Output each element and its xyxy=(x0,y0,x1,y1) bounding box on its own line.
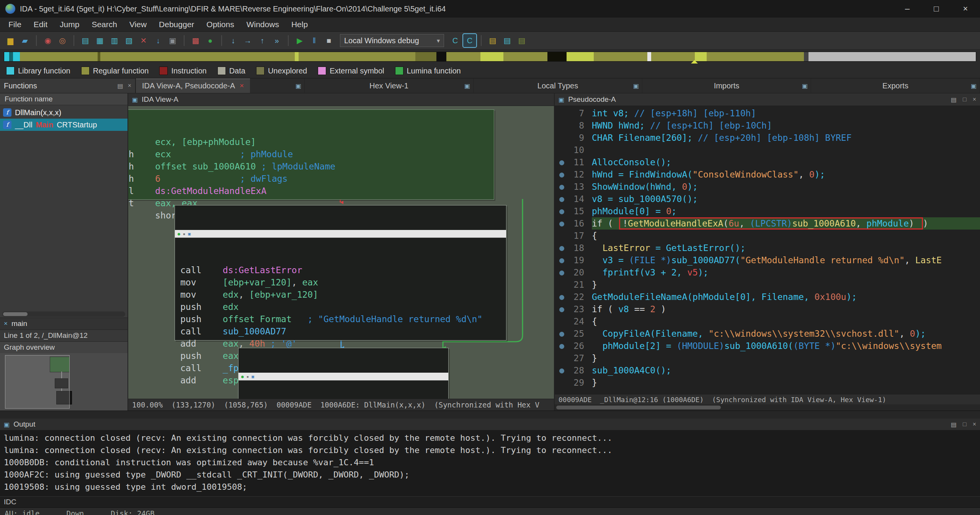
close-tab-icon[interactable]: × xyxy=(240,81,244,90)
code-line[interactable]: 10 xyxy=(555,144,980,156)
graph-node-getlasterror[interactable]: ● ▪ ▣ call ds:GetLastErrormov [ebp+var_1… xyxy=(175,205,506,341)
menu-debugger[interactable]: Debugger xyxy=(153,18,200,31)
code-line[interactable]: 7int v8; // [esp+18h] [ebp-110h] xyxy=(555,107,980,119)
code-line[interactable]: 14v8 = sub_1000A570(); xyxy=(555,193,980,205)
pane-menu-icon[interactable]: ▤ xyxy=(951,96,957,103)
close-button[interactable]: × xyxy=(951,0,980,18)
code-line[interactable]: 8HWND hWnd; // [esp+1Ch] [ebp-10Ch] xyxy=(555,119,980,132)
save-icon[interactable]: ▰ xyxy=(18,34,31,47)
graph-node-loc-1000a711[interactable]: ● ▪ ▣ loc_1000A711: ; nSizepush 100hlea … xyxy=(238,348,449,399)
compile-idc-icon[interactable]: C xyxy=(449,34,462,47)
close-window-icon[interactable]: ✕ xyxy=(137,34,150,47)
tab-local-types[interactable]: Local Types xyxy=(531,78,584,93)
close-desktop-icon[interactable]: × xyxy=(4,320,8,328)
pane-menu-icon[interactable]: ▤ xyxy=(951,421,957,428)
code-line[interactable]: 24{ xyxy=(555,315,980,328)
function-list-item[interactable]: f__DllMainCRTStartup xyxy=(0,119,127,131)
pane-close-icon[interactable]: × xyxy=(128,82,131,90)
window-icon[interactable]: ▣ xyxy=(464,82,470,90)
code-line[interactable]: 19 v3 = (FILE *)sub_1000AD77("GetModuleH… xyxy=(555,254,980,266)
bookmark-icon[interactable]: ◉ xyxy=(41,34,54,47)
jump-icon[interactable]: ↓ xyxy=(152,34,165,47)
code-line[interactable]: 15phModule[0] = 0; xyxy=(555,205,980,217)
text-view-icon[interactable]: ▣ xyxy=(166,34,179,47)
functions-horizontal-scrollbar[interactable] xyxy=(2,311,125,317)
code-line[interactable]: 9CHAR Filename[260]; // [esp+20h] [ebp-1… xyxy=(555,132,980,144)
pause-debugger-icon[interactable]: ‖ xyxy=(308,34,321,47)
run-until-return-icon[interactable]: ↑ xyxy=(256,34,269,47)
tab-imports[interactable]: Imports xyxy=(708,78,746,93)
graph-canvas[interactable]: ecx, [ebp+phModule]h ecx ; phModuleh off… xyxy=(128,106,554,399)
code-line[interactable]: 22GetModuleFileNameA(phModule[0], Filena… xyxy=(555,291,980,303)
desktop-tab-main[interactable]: main xyxy=(11,319,27,328)
code-line[interactable]: 17{ xyxy=(555,230,980,242)
code-line[interactable]: 20 fprintf(v3 + 2, v5); xyxy=(555,266,980,279)
code-line[interactable]: 28sub_1000A4C0(); xyxy=(555,364,980,376)
pseudocode-horizontal-scrollbar[interactable] xyxy=(555,404,980,411)
menu-windows[interactable]: Windows xyxy=(240,18,285,31)
goto-address-icon[interactable]: ◎ xyxy=(56,34,69,47)
function-name-column-header[interactable]: Function name xyxy=(0,93,127,105)
code-line[interactable]: 26 phModule[2] = (HMODULE)sub_1000A610((… xyxy=(555,340,980,352)
tab-hex-view-1[interactable]: Hex View-1 xyxy=(363,78,415,93)
code-line[interactable]: 18 LastError = GetLastError(); xyxy=(555,242,980,254)
tab-exports[interactable]: Exports xyxy=(876,78,915,93)
scrollbar-thumb[interactable] xyxy=(3,312,28,316)
code-line[interactable]: 11AllocConsole(); xyxy=(555,156,980,168)
step-into-icon[interactable]: ↓ xyxy=(227,34,240,47)
take-snapshot-icon[interactable]: ▩ xyxy=(189,34,202,47)
overview-viewport[interactable] xyxy=(5,355,70,409)
menu-jump[interactable]: Jump xyxy=(54,18,85,31)
code-line[interactable]: 23if ( v8 == 2 ) xyxy=(555,303,980,315)
menu-options[interactable]: Options xyxy=(200,18,240,31)
scrollbar-thumb[interactable] xyxy=(556,406,721,409)
debugger-selector[interactable]: Local Windows debug▾ xyxy=(340,34,444,47)
menu-edit[interactable]: Edit xyxy=(28,18,54,31)
maximize-button[interactable]: □ xyxy=(922,0,951,18)
idc-input[interactable] xyxy=(21,498,980,506)
stop-debugger-icon[interactable]: ■ xyxy=(322,34,335,47)
menu-search[interactable]: Search xyxy=(85,18,123,31)
desktop-layout-icon[interactable]: ▤ xyxy=(486,34,499,47)
hex-view-icon[interactable]: ▥ xyxy=(108,34,121,47)
lumina-icon[interactable]: ● xyxy=(204,34,217,47)
menu-help[interactable]: Help xyxy=(285,18,314,31)
code-line[interactable]: 12hWnd = FindWindowA("ConsoleWindowClass… xyxy=(555,168,980,181)
minimize-button[interactable]: – xyxy=(893,0,922,18)
windows-list-icon[interactable]: ▤ xyxy=(501,34,514,47)
ida-view-icon[interactable]: ▦ xyxy=(93,34,106,47)
menu-view[interactable]: View xyxy=(123,18,153,31)
compile-idc-icon-2[interactable]: C xyxy=(463,34,476,47)
code-line[interactable]: 13ShowWindow(hWnd, 0); xyxy=(555,181,980,193)
open-file-icon[interactable]: ▆ xyxy=(4,34,17,47)
segments-icon[interactable]: ▤ xyxy=(515,34,528,47)
pane-close-icon[interactable]: × xyxy=(973,421,976,428)
code-line[interactable]: 16if ( !GetModuleHandleExA(6u, (LPCSTR)s… xyxy=(555,217,980,230)
window-icon[interactable]: ▣ xyxy=(633,82,639,90)
pane-close-icon[interactable]: × xyxy=(973,96,976,103)
graph-node-current[interactable]: ecx, [ebp+phModule]h ecx ; phModuleh off… xyxy=(128,109,494,200)
tab-ida-view-a-pseudocode-a[interactable]: IDA View-A, Pseudocode-A× xyxy=(136,78,250,93)
code-line[interactable]: 21} xyxy=(555,279,980,291)
run-to-cursor-icon[interactable]: » xyxy=(270,34,283,47)
window-icon[interactable]: ▣ xyxy=(802,82,808,90)
pane-float-icon[interactable]: □ xyxy=(963,96,967,103)
output-lines[interactable]: lumina: connection closed (recv: An exis… xyxy=(0,430,980,496)
navigation-band[interactable] xyxy=(4,52,976,62)
pane-float-icon[interactable]: □ xyxy=(963,421,967,428)
start-debugger-icon[interactable]: ▶ xyxy=(293,34,306,47)
menu-file[interactable]: File xyxy=(2,18,28,31)
window-icon[interactable]: ▣ xyxy=(296,82,301,90)
output-splitter[interactable] xyxy=(0,411,980,419)
pseudocode-code[interactable]: 7int v8; // [esp+18h] [ebp-110h]8HWND hW… xyxy=(555,106,980,394)
functions-window-icon[interactable]: ▤ xyxy=(79,34,92,47)
graph-overview[interactable] xyxy=(0,353,127,411)
window-icon[interactable]: ▣ xyxy=(971,82,977,90)
structures-icon[interactable]: ▧ xyxy=(122,34,136,47)
pane-menu-icon[interactable]: ▤ xyxy=(118,82,123,90)
code-line[interactable]: 25 CopyFileA(Filename, "c:\\windows\\sys… xyxy=(555,328,980,340)
code-line[interactable]: 27} xyxy=(555,352,980,364)
step-over-icon[interactable]: → xyxy=(241,34,254,47)
code-line[interactable]: 29} xyxy=(555,376,980,389)
function-list-item[interactable]: fDllMain(x,x,x) xyxy=(0,106,127,119)
